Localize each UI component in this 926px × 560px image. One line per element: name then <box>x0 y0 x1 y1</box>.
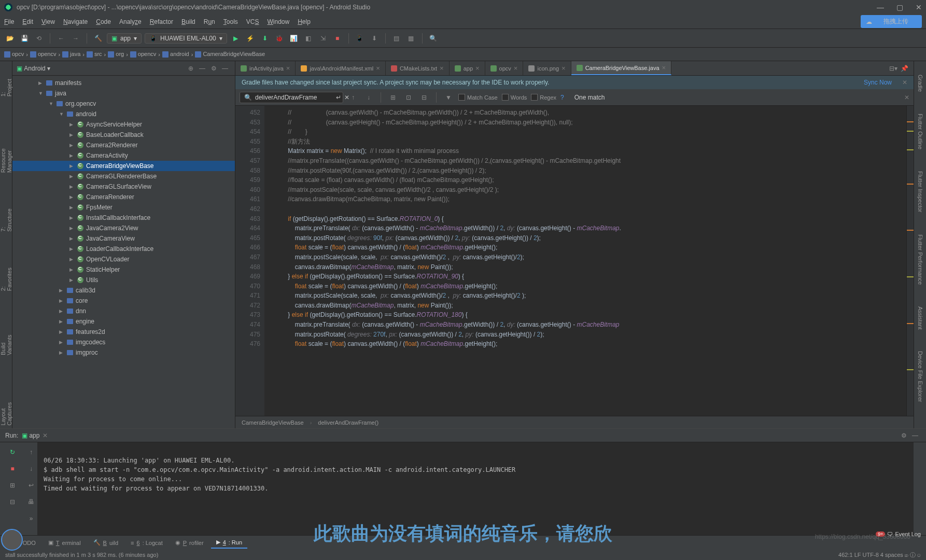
rerun-icon[interactable]: ↻ <box>7 446 18 458</box>
editor-tab[interactable]: icon.png× <box>523 61 571 75</box>
menu-refactor[interactable]: Refactor <box>150 18 173 25</box>
next-match-icon[interactable]: ↓ <box>363 92 374 103</box>
close-tab-icon[interactable]: ✕ <box>43 432 48 439</box>
find-input[interactable] <box>255 94 333 101</box>
tree-item[interactable]: ▼java <box>12 88 235 99</box>
tree-item[interactable]: ▶imgcodecs <box>12 337 235 347</box>
tree-item[interactable]: ▶CameraActivity <box>12 150 235 161</box>
tree-item[interactable]: ▶JavaCamera2View <box>12 223 235 233</box>
tree-item[interactable]: ▶CameraBridgeViewBase <box>12 161 235 171</box>
gear-icon[interactable]: ⚙ <box>208 63 219 74</box>
apply-changes-icon[interactable]: ⚡ <box>245 33 256 44</box>
hide-icon[interactable]: — <box>909 430 921 441</box>
tree-item[interactable]: ▶BaseLoaderCallback <box>12 130 235 140</box>
breadcrumb-item[interactable]: CameraBridgeViewBase <box>195 51 265 58</box>
editor-tab[interactable]: CMakeLists.txt× <box>386 61 450 75</box>
menu-help[interactable]: Help <box>298 18 311 25</box>
tree-item[interactable]: ▶engine <box>12 316 235 327</box>
crumb-class[interactable]: CameraBridgeViewBase <box>242 419 304 426</box>
tree-item[interactable]: ▶dnn <box>12 306 235 316</box>
sync-now-link[interactable]: Sync Now <box>864 79 892 86</box>
gear-icon[interactable]: ⚙ <box>898 430 909 441</box>
close-find-icon[interactable]: ✕ <box>904 94 909 101</box>
wrap-icon[interactable]: ↩ <box>25 480 37 491</box>
dropdown-icon[interactable]: ⊟▾ <box>889 65 897 72</box>
menu-vcs[interactable]: VCS <box>246 18 259 25</box>
match-case-checkbox[interactable]: Match Case <box>458 94 498 101</box>
minimize-button[interactable]: — <box>877 3 884 11</box>
tree-item[interactable]: ▶OpenCVLoader <box>12 254 235 264</box>
tree-item[interactable]: ▶features2d <box>12 327 235 337</box>
sidebar-tab[interactable]: Build Variants <box>0 320 13 358</box>
back-icon[interactable]: ← <box>55 33 67 44</box>
filter-icon[interactable]: ▼ <box>443 92 454 103</box>
tree-item[interactable]: ▼android <box>12 109 235 119</box>
device-selector[interactable]: 📱 HUAWEI EML-AL00 ▾ <box>145 33 227 44</box>
prev-match-icon[interactable]: ↑ <box>347 92 359 103</box>
run-icon[interactable]: ▶ <box>230 33 242 44</box>
stop-icon[interactable]: ■ <box>7 463 18 474</box>
code-body[interactable]: // (canvas.getWidth() - mCacheBitmap.get… <box>264 106 906 416</box>
menu-navigate[interactable]: Navigate <box>63 18 88 25</box>
maximize-button[interactable]: ▢ <box>896 3 903 11</box>
breadcrumb-item[interactable]: src <box>87 51 102 58</box>
hide-icon[interactable]: — <box>219 63 231 74</box>
menu-build[interactable]: Build <box>181 18 195 25</box>
menu-view[interactable]: View <box>41 18 55 25</box>
apply-code-icon[interactable]: ⬇ <box>259 33 271 44</box>
breadcrumb-item[interactable]: opcv <box>4 51 24 58</box>
bottom-tab[interactable]: ≡6: Logcat <box>125 538 168 548</box>
help-icon[interactable]: ? <box>560 94 564 101</box>
attach-icon[interactable]: ⇲ <box>317 33 329 44</box>
save-icon[interactable]: 💾 <box>19 33 30 44</box>
project-view-label[interactable]: Android <box>24 65 45 72</box>
editor-tab[interactable]: inActivity.java× <box>235 61 296 75</box>
menu-code[interactable]: Code <box>96 18 111 25</box>
sync-icon[interactable]: ⟲ <box>33 33 45 44</box>
breadcrumb-item[interactable]: java <box>62 51 80 58</box>
profile-icon[interactable]: 📊 <box>288 33 300 44</box>
find-input-box[interactable]: 🔍 ↵ ✕ <box>240 92 343 103</box>
tree-item[interactable]: ▶CameraGLRendererBase <box>12 171 235 181</box>
sidebar-tab[interactable]: Layout Captures <box>0 384 13 428</box>
search-icon[interactable]: 🔍 <box>428 33 439 44</box>
layout-icon[interactable]: ▤ <box>391 33 402 44</box>
down-icon[interactable]: ↓ <box>25 463 37 474</box>
scroll-icon[interactable]: » <box>25 513 37 524</box>
sidebar-tab[interactable]: Flutter Outline <box>916 110 924 152</box>
target-icon[interactable]: ⊕ <box>185 63 197 74</box>
open-icon[interactable]: 📂 <box>4 33 16 44</box>
history-icon[interactable]: ↵ <box>336 94 341 101</box>
editor-tab[interactable]: app× <box>450 61 485 75</box>
print-icon[interactable]: 🖶 <box>25 496 37 508</box>
crumb-method[interactable]: deliverAndDrawFrame() <box>318 419 378 426</box>
sidebar-tab[interactable]: 7: Structure <box>0 202 13 235</box>
tree-item[interactable]: ▶core <box>12 296 235 306</box>
breadcrumb-item[interactable]: org <box>108 51 124 58</box>
chevron-down-icon[interactable]: ▾ <box>46 65 50 72</box>
tree-item[interactable]: ▼org.opencv <box>12 99 235 109</box>
tree-item[interactable]: ▶LoaderCallbackInterface <box>12 244 235 254</box>
layout-icon[interactable]: ⊞ <box>7 480 18 491</box>
regex-checkbox[interactable]: Regex <box>531 94 556 101</box>
close-icon[interactable]: ✕ <box>902 79 907 86</box>
avd-icon[interactable]: 📱 <box>354 33 366 44</box>
breadcrumb-item[interactable]: opencv <box>130 51 156 58</box>
pin-icon[interactable]: 📌 <box>901 65 908 72</box>
sidebar-tab[interactable]: Gradle <box>916 72 924 95</box>
cloud-upload-button[interactable]: ☁ 拖拽上传 <box>861 15 922 28</box>
bottom-tab[interactable]: ◉Profiler <box>170 537 209 548</box>
sidebar-tab[interactable]: Flutter Inspector <box>916 168 924 215</box>
menu-edit[interactable]: Edit <box>22 18 33 25</box>
tree-item[interactable]: ▶FpsMeter <box>12 202 235 213</box>
forward-icon[interactable]: → <box>70 33 81 44</box>
breadcrumb-item[interactable]: android <box>162 51 189 58</box>
editor-tab[interactable]: CameraBridgeViewBase.java× <box>571 61 671 75</box>
sidebar-tab[interactable]: Resource Manager <box>0 125 13 176</box>
menu-file[interactable]: File <box>4 18 14 25</box>
up-icon[interactable]: ↑ <box>25 446 37 458</box>
bottom-tab[interactable]: ▶4: Run <box>211 537 247 549</box>
select-all-icon[interactable]: ⊡ <box>403 92 414 103</box>
editor-tab[interactable]: opcv× <box>485 61 524 75</box>
scroll-minimap[interactable] <box>906 106 914 416</box>
